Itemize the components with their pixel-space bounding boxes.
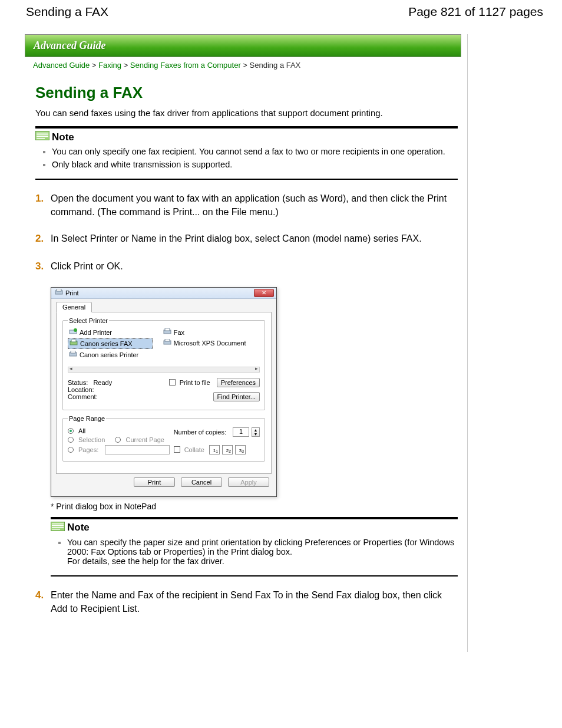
breadcrumb-sep: > <box>124 61 128 70</box>
step-4-text: Enter the Name and Fax of the recipient … <box>51 588 458 615</box>
printer-ms-xps[interactable]: Microsoft XPS Document <box>162 338 260 348</box>
radio-pages-label: Pages: <box>78 446 98 453</box>
print-dialog: Print ✕ General Select Printer Add Print… <box>51 287 277 497</box>
svg-rect-4 <box>37 138 45 139</box>
printer-icon <box>69 351 77 359</box>
svg-point-8 <box>74 328 77 332</box>
svg-rect-21 <box>52 529 60 530</box>
svg-rect-18 <box>52 523 64 525</box>
collate-checkbox[interactable] <box>174 446 180 453</box>
step-number-4: 4. <box>35 588 51 615</box>
preferences-button[interactable]: Preferences <box>217 378 260 387</box>
step-number-2: 2. <box>35 232 51 246</box>
page-range-legend: Page Range <box>68 415 106 422</box>
location-label: Location: <box>68 386 167 393</box>
step-3-text: Click Print or OK. <box>51 259 458 274</box>
page-range-fieldset: Page Range All Selection Current Page <box>62 415 265 462</box>
print-button[interactable]: Print <box>134 477 175 487</box>
collate-icon: 112233 <box>209 445 246 454</box>
breadcrumb-link-sending-from-computer[interactable]: Sending Faxes from a Computer <box>130 61 241 70</box>
radio-all-label: All <box>78 427 85 434</box>
printer-canon-series[interactable]: Canon series Printer <box>68 350 153 360</box>
print-to-file-checkbox[interactable] <box>169 379 176 386</box>
dialog-caption: * Print dialog box in NotePad <box>51 502 458 511</box>
svg-rect-0 <box>35 131 49 140</box>
breadcrumb-link-faxing[interactable]: Faxing <box>98 61 121 70</box>
note1-item-1: Only black and white transmission is sup… <box>52 160 458 169</box>
printer-add-label: Add Printer <box>80 329 112 336</box>
note1-item-0: You can only specify one fax recipient. … <box>52 147 458 156</box>
radio-selection-label: Selection <box>78 436 105 443</box>
printer-list-scrollbar[interactable] <box>68 367 260 373</box>
step-number-1: 1. <box>35 192 51 219</box>
printer-icon <box>70 340 78 348</box>
svg-rect-14 <box>165 328 170 331</box>
radio-current-page-label: Current Page <box>125 436 164 443</box>
note-block-2: Note You can specify the paper size and … <box>51 517 458 577</box>
svg-rect-2 <box>37 134 48 136</box>
printer-canon-fax[interactable]: Canon series FAX <box>68 338 153 349</box>
intro-text: You can send faxes using the fax driver … <box>35 108 458 118</box>
svg-rect-6 <box>57 289 61 291</box>
note-icon <box>51 522 67 534</box>
printer-add[interactable]: Add Printer <box>68 328 153 337</box>
svg-rect-16 <box>165 339 170 341</box>
page-title: Sending a FAX <box>35 84 458 102</box>
copies-label: Number of copies: <box>174 429 226 436</box>
note-icon <box>35 131 52 143</box>
breadcrumb: Advanced Guide > Faxing > Sending Faxes … <box>26 57 461 73</box>
note-heading-text: Note <box>67 522 90 533</box>
copies-value[interactable]: 1 <box>233 427 249 437</box>
radio-current-page[interactable] <box>115 437 121 443</box>
printer-icon <box>163 339 171 347</box>
cancel-button[interactable]: Cancel <box>181 477 222 487</box>
breadcrumb-link-advanced-guide[interactable]: Advanced Guide <box>33 61 90 70</box>
comment-label: Comment: <box>68 393 167 400</box>
pages-input[interactable] <box>105 445 170 454</box>
tab-general[interactable]: General <box>56 302 92 312</box>
radio-all[interactable] <box>68 428 74 434</box>
printer-canon-fax-label: Canon series FAX <box>80 340 133 347</box>
radio-selection[interactable] <box>68 437 74 443</box>
status-label: Status: <box>68 379 88 386</box>
step-2-text: In Select Printer or Name in the Print d… <box>51 232 458 246</box>
breadcrumb-sep: > <box>243 61 247 70</box>
printer-fax[interactable]: Fax <box>162 328 260 337</box>
close-button[interactable]: ✕ <box>254 289 274 297</box>
svg-rect-12 <box>71 351 75 353</box>
printer-canon-series-label: Canon series Printer <box>80 351 138 358</box>
breadcrumb-sep: > <box>92 61 97 70</box>
svg-rect-3 <box>37 136 48 137</box>
copies-spinner[interactable]: ▲▼ <box>252 427 260 437</box>
step-number-3: 3. <box>35 259 51 274</box>
printer-ms-xps-label: Microsoft XPS Document <box>174 340 246 347</box>
status-value: Ready <box>93 379 112 386</box>
svg-rect-10 <box>71 340 76 342</box>
printer-icon <box>55 289 63 297</box>
svg-rect-20 <box>52 527 64 528</box>
select-printer-fieldset: Select Printer Add Printer Canon series … <box>62 317 265 410</box>
printer-icon <box>163 328 171 337</box>
breadcrumb-current: Sending a FAX <box>250 61 301 70</box>
print-to-file-label: Print to file <box>180 379 210 386</box>
svg-rect-17 <box>51 522 65 531</box>
svg-rect-19 <box>52 525 64 526</box>
svg-rect-1 <box>37 133 48 134</box>
printer-fax-label: Fax <box>174 329 184 336</box>
dialog-title: Print <box>65 289 254 297</box>
select-printer-legend: Select Printer <box>68 317 109 324</box>
apply-button[interactable]: Apply <box>228 477 269 487</box>
note-block-1: Note You can only specify one fax recipi… <box>35 126 458 180</box>
header-page-indicator: Page 821 of 1127 pages <box>408 5 543 19</box>
note2-item-0: You can specify the paper size and print… <box>67 538 458 566</box>
guide-banner: Advanced Guide <box>25 34 461 57</box>
note-heading-text: Note <box>52 131 74 143</box>
find-printer-button[interactable]: Find Printer... <box>213 392 260 401</box>
radio-pages[interactable] <box>68 447 74 453</box>
collate-label: Collate <box>184 446 204 453</box>
step-1-text: Open the document you want to fax with a… <box>51 192 458 219</box>
add-printer-icon <box>69 328 77 337</box>
header-left-title: Sending a FAX <box>26 5 108 19</box>
